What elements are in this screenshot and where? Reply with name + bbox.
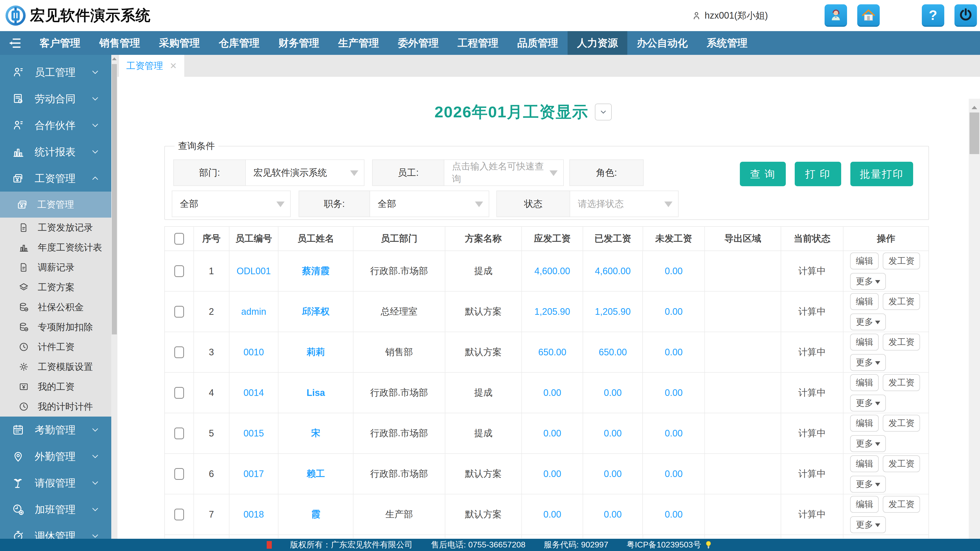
nav-item-3[interactable]: 采购管理 [150,31,209,55]
more-button[interactable]: 更多 [850,476,886,492]
cell-employee-name[interactable]: 赖工 [278,454,353,494]
scroll-up-icon[interactable] [112,57,117,60]
customer-service-button[interactable] [824,4,847,27]
cell-employee-id[interactable]: ODL001 [229,251,279,291]
more-button[interactable]: 更多 [850,273,886,290]
tab-salary-management[interactable]: 工资管理 ✕ [119,55,184,77]
row-checkbox[interactable] [165,251,194,291]
sidebar-item-annual-salary-report[interactable]: 年度工资统计表 [0,238,111,257]
pay-salary-button[interactable]: 发工资 [883,374,920,391]
sidebar-scrollbar-thumb[interactable] [112,64,117,334]
cell-employee-id[interactable]: 0010 [229,332,279,372]
power-button[interactable] [955,4,977,27]
cell-employee-name[interactable]: Lisa [278,373,353,413]
sidebar-group-labor-contract[interactable]: 劳动合同 [0,86,111,112]
batch-print-button[interactable]: 批量打印 [850,162,913,186]
sidebar-group-salary-mgmt[interactable]: 工资管理 [0,165,111,192]
sidebar-item-salary-payment-records[interactable]: 工资发放记录 [0,218,111,238]
cell-employee-name[interactable]: 蔡清霞 [278,251,353,291]
collapse-sidebar-icon[interactable] [8,36,22,51]
role-select[interactable]: 全部 [172,191,291,217]
employee-select[interactable]: 点击输入姓名可快速查询 [444,159,564,186]
tab-close-icon[interactable]: ✕ [170,61,177,71]
sidebar-item-salary-scheme[interactable]: 工资方案 [0,277,111,297]
sidebar-item-special-deduction[interactable]: 专项附加扣除 [0,317,111,337]
nav-item-8[interactable]: 工程管理 [448,31,508,55]
sidebar-group-comp-leave-mgmt[interactable]: 调休管理 [0,523,111,539]
sidebar-group-statistics-report[interactable]: 统计报表 [0,138,111,165]
select-all-checkbox[interactable] [165,227,194,251]
sidebar-item-my-timekeeping[interactable]: 我的计时计件 [0,397,111,416]
sidebar-group-attendance-mgmt[interactable]: 考勤管理 [0,416,111,443]
checkbox-icon[interactable] [174,233,184,245]
more-button[interactable]: 更多 [850,354,886,371]
sidebar-item-salary-template-settings[interactable]: 工资模版设置 [0,357,111,377]
content-scrollbar-thumb[interactable] [969,113,979,154]
more-button[interactable]: 更多 [850,435,886,452]
department-select[interactable]: 宏见软件演示系统 [246,159,364,186]
sidebar-item-salary-mgmt[interactable]: 工资管理 [0,192,111,218]
cell-employee-name[interactable]: 莉莉 [278,332,353,372]
pay-salary-button[interactable]: 发工资 [883,293,920,310]
footer-icp[interactable]: 粤ICP备10239503号 [627,539,701,551]
nav-item-2[interactable]: 销售管理 [90,31,150,55]
sidebar-scrollbar[interactable] [111,55,118,539]
sidebar-item-piecework-salary[interactable]: 计件工资 [0,337,111,357]
home-button[interactable] [857,4,880,27]
edit-button[interactable]: 编辑 [850,374,879,391]
pay-salary-button[interactable]: 发工资 [883,252,920,269]
cell-employee-name[interactable]: 宋 [278,413,353,453]
nav-item-11[interactable]: 办公自动化 [627,31,697,55]
sidebar-item-social-insurance-fund[interactable]: 社保公积金 [0,297,111,317]
edit-button[interactable]: 编辑 [850,252,879,269]
checkbox-icon[interactable] [174,387,184,399]
row-checkbox[interactable] [165,292,194,332]
edit-button[interactable]: 编辑 [850,496,879,513]
nav-item-6[interactable]: 生产管理 [329,31,388,55]
nav-item-4[interactable]: 仓库管理 [209,31,269,55]
row-checkbox[interactable] [165,494,194,534]
scroll-up-icon[interactable] [972,106,977,109]
search-button[interactable]: 查 询 [740,162,786,186]
status-select[interactable]: 请选择状态 [570,191,679,217]
cell-employee-id[interactable]: admin [229,292,279,332]
row-checkbox[interactable] [165,413,194,453]
sidebar-group-field-work-mgmt[interactable]: 外勤管理 [0,443,111,470]
nav-item-12[interactable]: 系统管理 [697,31,757,55]
edit-button[interactable]: 编辑 [850,333,879,351]
pay-salary-button[interactable]: 发工资 [883,455,920,472]
cell-employee-id[interactable]: 0015 [229,413,279,453]
checkbox-icon[interactable] [174,306,184,318]
sidebar-group-overtime-mgmt[interactable]: 加班管理 [0,496,111,523]
cell-employee-name[interactable]: 霞 [278,494,353,534]
row-checkbox[interactable] [165,454,194,494]
sidebar-group-leave-mgmt[interactable]: 请假管理 [0,470,111,496]
nav-item-1[interactable]: 客户管理 [30,31,90,55]
pay-salary-button[interactable]: 发工资 [883,496,920,513]
pay-salary-button[interactable]: 发工资 [883,415,920,432]
more-button[interactable]: 更多 [850,313,886,330]
pay-salary-button[interactable]: 发工资 [883,333,920,351]
checkbox-icon[interactable] [174,265,184,277]
row-checkbox[interactable] [165,373,194,413]
sidebar-group-partners[interactable]: 合作伙伴 [0,112,111,138]
content-scrollbar[interactable] [969,99,980,539]
nav-item-7[interactable]: 委外管理 [388,31,448,55]
row-checkbox[interactable] [165,332,194,372]
cell-employee-id[interactable]: 0018 [229,494,279,534]
nav-item-10[interactable]: 人力资源 [568,31,627,55]
cell-employee-id[interactable]: 0017 [229,454,279,494]
edit-button[interactable]: 编辑 [850,293,879,310]
print-button[interactable]: 打 印 [795,162,841,186]
sidebar-group-employee-mgmt[interactable]: 员工管理 [0,59,111,86]
checkbox-icon[interactable] [174,509,184,520]
help-button[interactable]: ? [922,4,944,27]
nav-item-9[interactable]: 品质管理 [508,31,568,55]
sidebar-item-my-salary[interactable]: 我的工资 [0,377,111,397]
position-select[interactable]: 全部 [370,191,489,217]
checkbox-icon[interactable] [174,468,184,480]
edit-button[interactable]: 编辑 [850,415,879,432]
sidebar-item-salary-adjustment-records[interactable]: 调薪记录 [0,257,111,277]
more-button[interactable]: 更多 [850,516,886,533]
nav-item-5[interactable]: 财务管理 [269,31,329,55]
